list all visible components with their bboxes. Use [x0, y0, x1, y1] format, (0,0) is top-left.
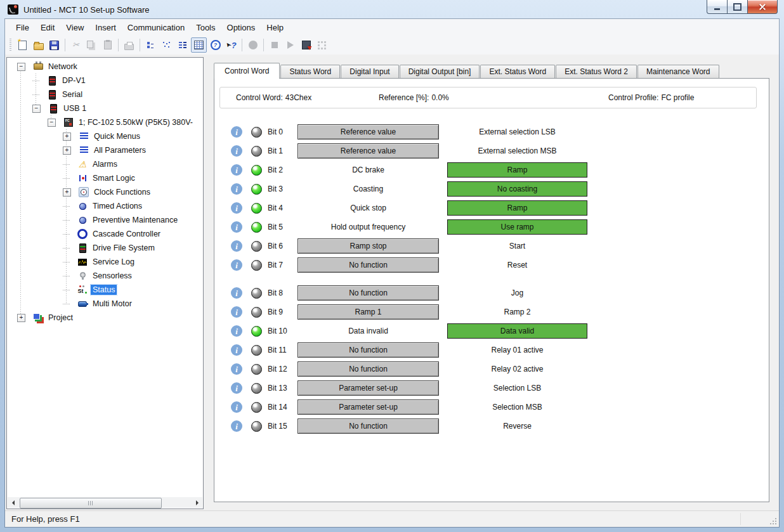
bit-right-cell[interactable]: Ramp — [447, 200, 587, 216]
tree-item-smart-logic[interactable]: Smart Logic — [8, 171, 202, 185]
menu-communication[interactable]: Communication — [122, 20, 190, 35]
tab-maintenance-word[interactable]: Maintenance Word — [637, 65, 719, 78]
bit-right-cell[interactable]: No coasting — [447, 181, 587, 197]
minimize-button[interactable] — [707, 0, 727, 14]
tree-item-usb1[interactable]: USB 1 — [8, 101, 202, 115]
tab-control-word[interactable]: Control Word — [214, 63, 280, 79]
tree-item-preventive-maintenance[interactable]: Preventive Maintenance — [8, 213, 202, 227]
bit-left-cell[interactable]: No function — [297, 257, 439, 273]
collapse-box-icon[interactable] — [17, 63, 25, 71]
bit-right-cell[interactable]: Selection LSB — [447, 380, 587, 396]
bit-right-cell[interactable]: Use ramp — [447, 219, 587, 235]
info-icon[interactable] — [231, 126, 242, 138]
maximize-button[interactable] — [727, 0, 747, 14]
info-icon[interactable] — [231, 287, 242, 299]
menu-edit[interactable]: Edit — [35, 20, 60, 35]
tree-item-service-log[interactable]: Service Log — [8, 255, 202, 269]
tree-item-multi-motor[interactable]: Multi Motor — [8, 297, 202, 311]
tab-ext-status-word-2[interactable]: Ext. Status Word 2 — [556, 65, 637, 78]
menu-options[interactable]: Options — [221, 20, 261, 35]
bit-left-cell[interactable]: No function — [297, 342, 439, 358]
bit-right-cell[interactable]: Ramp 2 — [447, 304, 587, 320]
view-grid-button[interactable] — [191, 37, 207, 53]
collapse-box-icon[interactable] — [32, 105, 41, 113]
tree-item-label[interactable]: 1; FC-102 5.50kW (P5K5) 380V- — [77, 117, 195, 127]
tree-item-cascade-controller[interactable]: Cascade Controller — [8, 227, 202, 241]
open-button[interactable] — [31, 38, 46, 52]
info-icon[interactable] — [231, 325, 242, 337]
bit-left-cell[interactable]: No function — [297, 418, 439, 434]
menu-view[interactable]: View — [60, 20, 89, 35]
view-outline-button[interactable] — [175, 38, 190, 52]
bit-left-cell[interactable]: Parameter set-up — [297, 399, 439, 415]
tree-item-fc102[interactable]: 1; FC-102 5.50kW (P5K5) 380V- — [8, 115, 202, 129]
tree-horizontal-scrollbar[interactable] — [8, 497, 202, 508]
tree-item-sensorless[interactable]: Sensorless — [8, 269, 202, 283]
bit-left-cell[interactable]: Hold output frequency — [297, 219, 439, 235]
tree-item-all-parameters[interactable]: All Parameters — [8, 143, 202, 157]
info-icon[interactable] — [231, 145, 242, 157]
info-icon[interactable] — [231, 202, 242, 214]
tree-item-label[interactable]: Status — [91, 285, 117, 295]
expand-box-icon[interactable] — [63, 146, 71, 155]
info-icon[interactable] — [231, 344, 242, 356]
tree-item-drive-file-system[interactable]: Drive File System — [8, 241, 202, 255]
tree-item-timed-actions[interactable]: Timed Actions — [8, 199, 202, 213]
info-icon[interactable] — [231, 183, 242, 195]
bit-left-cell[interactable]: Coasting — [297, 181, 439, 197]
bit-right-cell[interactable]: Start — [447, 238, 587, 254]
info-icon[interactable] — [231, 164, 242, 176]
bit-left-cell[interactable]: No function — [297, 361, 439, 377]
resize-grip-icon[interactable] — [769, 517, 776, 524]
expand-box-icon[interactable] — [17, 314, 25, 322]
scroll-left-arrow-icon[interactable] — [8, 497, 18, 508]
bit-right-cell[interactable]: Jog — [447, 285, 587, 301]
tree-item-label[interactable]: Smart Logic — [91, 173, 137, 183]
tree-item-label[interactable]: Preventive Maintenance — [91, 215, 180, 225]
expand-box-icon[interactable] — [63, 133, 71, 141]
tab-digital-input[interactable]: Digital Input — [341, 65, 398, 78]
info-icon[interactable] — [231, 363, 242, 375]
bit-right-cell[interactable]: Reverse — [447, 418, 587, 434]
info-icon[interactable] — [231, 382, 242, 394]
tree-item-clock-functions[interactable]: Clock Functions — [8, 185, 202, 199]
tree-item-label[interactable]: Clock Functions — [92, 187, 152, 197]
info-icon[interactable] — [231, 240, 242, 252]
info-icon[interactable] — [231, 259, 242, 271]
bit-right-cell[interactable]: Relay 01 active — [447, 342, 587, 358]
new-button[interactable] — [15, 38, 30, 52]
bit-left-cell[interactable]: No function — [297, 285, 439, 301]
info-icon[interactable] — [231, 306, 242, 318]
tree-item-label[interactable]: Timed Actions — [91, 201, 144, 211]
tree-item-label[interactable]: Sensorless — [91, 271, 134, 281]
bit-right-cell[interactable]: Data valid — [447, 323, 587, 339]
tree-item-label[interactable]: USB 1 — [62, 103, 88, 114]
tree-item-status[interactable]: Status — [8, 283, 202, 297]
menu-file[interactable]: File — [10, 20, 35, 35]
save-button[interactable] — [47, 38, 62, 52]
tree-item-label[interactable]: Network — [46, 62, 79, 72]
bit-left-cell[interactable]: Ramp 1 — [297, 304, 439, 320]
close-button[interactable] — [747, 0, 778, 14]
bit-left-cell[interactable]: Quick stop — [297, 200, 439, 216]
info-icon[interactable] — [231, 221, 242, 233]
bit-right-cell[interactable]: Reset — [447, 257, 587, 273]
bit-right-cell[interactable]: Ramp — [447, 162, 587, 178]
help-button[interactable] — [208, 38, 223, 52]
bit-left-cell[interactable]: Reference value — [297, 124, 439, 139]
tree-item-project[interactable]: Project — [8, 311, 202, 325]
scroll-right-arrow-icon[interactable] — [192, 497, 202, 508]
tree-item-network[interactable]: Network — [8, 60, 202, 74]
tree-item-label[interactable]: DP-V1 — [60, 75, 88, 86]
tree-item-label[interactable]: Project — [46, 313, 75, 323]
bit-right-cell[interactable]: Selection MSB — [447, 399, 587, 415]
tree-item-label[interactable]: Service Log — [91, 257, 136, 267]
view-topology-button[interactable] — [143, 38, 158, 52]
menu-insert[interactable]: Insert — [89, 20, 122, 35]
tab-ext-status-word[interactable]: Ext. Status Word — [480, 65, 555, 78]
tree-item-label[interactable]: Drive File System — [91, 243, 157, 253]
tree-item-alarms[interactable]: Alarms — [8, 157, 202, 171]
tab-digital-output-bin[interactable]: Digital Output [bin] — [400, 65, 480, 78]
tree-item-label[interactable]: Multi Motor — [91, 299, 134, 309]
bit-left-cell[interactable]: Ramp stop — [297, 238, 439, 254]
